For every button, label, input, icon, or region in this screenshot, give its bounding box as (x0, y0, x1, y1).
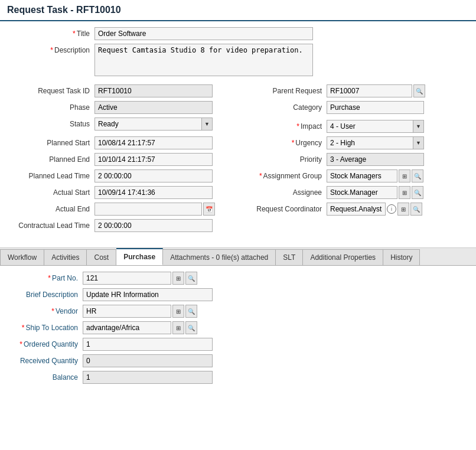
ship-to-search-btn[interactable]: 🔍 (185, 321, 197, 334)
priority-input (327, 153, 424, 166)
impact-input[interactable] (327, 120, 413, 133)
part-no-search-btn[interactable]: 🔍 (185, 272, 197, 285)
request-coordinator-input[interactable] (327, 203, 386, 216)
purchase-tab-content: *Part No. ⊞ 🔍 Brief Description *Vendor (0, 266, 476, 393)
tabs-bar: Workflow Activities Cost Purchase Attach… (0, 248, 476, 266)
calendar-icon: 📅 (206, 206, 213, 213)
tab-slt[interactable]: SLT (276, 249, 303, 265)
impact-dropdown-btn[interactable]: ▼ (413, 120, 424, 133)
table-icon-pn: ⊞ (176, 275, 181, 282)
planned-start-row: Planned Start (12, 136, 232, 149)
assignee-label: Assignee (244, 186, 327, 197)
ship-to-input[interactable] (83, 321, 171, 334)
vendor-label: *Vendor (0, 305, 83, 315)
vendor-search-btn[interactable]: 🔍 (185, 305, 197, 318)
right-column: Parent Request 🔍 Category *Impact (232, 84, 464, 236)
ordered-qty-row: *Ordered Quantity (0, 338, 476, 351)
vendor-wrapper: ⊞ 🔍 (83, 305, 197, 318)
brief-desc-input[interactable] (83, 288, 213, 301)
tabs-container: Workflow Activities Cost Purchase Attach… (0, 247, 476, 393)
planned-lead-time-label: Planned Lead Time (12, 169, 94, 180)
assignment-group-label: *Assignment Group (244, 169, 327, 180)
table-icon: ⊞ (402, 173, 407, 180)
table-icon-rc: ⊞ (401, 206, 406, 213)
table-icon-v: ⊞ (176, 308, 181, 315)
parent-request-wrapper: 🔍 (327, 84, 425, 97)
part-no-wrapper: ⊞ 🔍 (83, 272, 197, 285)
search-icon-rc: 🔍 (413, 206, 420, 213)
tab-additional[interactable]: Additional Properties (303, 249, 383, 265)
tab-workflow[interactable]: Workflow (0, 249, 44, 265)
actual-start-input[interactable] (94, 186, 213, 199)
table-icon-st: ⊞ (176, 325, 181, 331)
request-task-id-input (94, 84, 213, 97)
priority-row: Priority (244, 153, 464, 166)
search-icon-pn: 🔍 (188, 275, 195, 282)
description-input[interactable]: Request Camtasia Studio 8 for video prep… (94, 44, 313, 76)
assignment-group-wrapper: ⊞ 🔍 (327, 169, 423, 182)
part-no-table-btn[interactable]: ⊞ (172, 272, 184, 285)
search-icon-a: 🔍 (414, 190, 421, 196)
assignment-group-input[interactable] (327, 169, 397, 182)
actual-end-calendar-btn[interactable]: 📅 (203, 203, 215, 216)
ordered-qty-label: *Ordered Quantity (0, 338, 83, 348)
title-input[interactable] (94, 27, 313, 40)
parent-request-row: Parent Request 🔍 (244, 84, 464, 97)
status-input[interactable] (94, 118, 202, 131)
description-label: *Description (12, 44, 94, 54)
tab-history[interactable]: History (383, 249, 420, 265)
parent-request-input[interactable] (327, 84, 412, 97)
category-label: Category (244, 101, 327, 112)
vendor-input[interactable] (83, 305, 171, 318)
ordered-qty-input[interactable] (83, 338, 213, 351)
part-no-input[interactable] (83, 272, 171, 285)
status-label: Status (12, 118, 94, 128)
urgency-dropdown-btn[interactable]: ▼ (413, 136, 424, 149)
contractual-lead-time-label: Contractual Lead Time (12, 219, 94, 230)
tab-attachments[interactable]: Attachments - 0 file(s) attached (163, 249, 276, 265)
required-star: * (73, 30, 76, 38)
assignment-group-table-btn[interactable]: ⊞ (399, 169, 410, 182)
impact-label: *Impact (244, 120, 327, 131)
brief-desc-row: Brief Description (0, 288, 476, 301)
tab-activities[interactable]: Activities (44, 249, 87, 265)
balance-input (83, 371, 213, 384)
vendor-table-btn[interactable]: ⊞ (172, 305, 184, 318)
assignee-row: Assignee ⊞ 🔍 (244, 186, 464, 199)
request-coordinator-table-btn[interactable]: ⊞ (397, 203, 409, 216)
request-coordinator-label: Request Coordinator (244, 203, 327, 213)
part-no-row: *Part No. ⊞ 🔍 (0, 272, 476, 285)
planned-lead-time-row: Planned Lead Time (12, 169, 232, 182)
received-qty-label: Received Quantity (0, 354, 83, 365)
ship-to-table-btn[interactable]: ⊞ (172, 321, 184, 334)
request-coordinator-row: Request Coordinator i ⊞ 🔍 (244, 203, 464, 216)
status-dropdown-btn[interactable]: ▼ (202, 118, 213, 131)
request-task-id-row: Request Task ID (12, 84, 232, 97)
part-no-label: *Part No. (0, 272, 83, 282)
assignee-input[interactable] (327, 186, 397, 199)
priority-label: Priority (244, 153, 327, 164)
request-coordinator-search-btn[interactable]: 🔍 (410, 203, 422, 216)
planned-end-input[interactable] (94, 153, 213, 166)
page-title: Request Task - RFT10010 (7, 5, 469, 15)
planned-start-input[interactable] (94, 136, 213, 149)
actual-start-label: Actual Start (12, 186, 94, 197)
tab-cost[interactable]: Cost (87, 249, 116, 265)
actual-end-input[interactable] (94, 203, 202, 216)
assignment-group-search-btn[interactable]: 🔍 (412, 169, 423, 182)
parent-request-search-btn[interactable]: 🔍 (413, 84, 425, 97)
planned-end-row: Planned End (12, 153, 232, 166)
category-row: Category (244, 101, 464, 114)
request-coordinator-info-btn[interactable]: i (387, 204, 396, 214)
contractual-lead-time-input[interactable] (94, 219, 213, 232)
urgency-input[interactable] (327, 136, 413, 149)
assignee-search-btn[interactable]: 🔍 (412, 186, 423, 199)
planned-lead-time-input[interactable] (94, 169, 213, 182)
title-label: *Title (12, 27, 94, 38)
planned-end-label: Planned End (12, 153, 94, 164)
actual-start-row: Actual Start (12, 186, 232, 199)
main-form: *Title *Description Request Camtasia Stu… (0, 21, 476, 242)
assignee-table-btn[interactable]: ⊞ (399, 186, 410, 199)
tab-purchase[interactable]: Purchase (116, 248, 163, 265)
phase-row: Phase (12, 101, 232, 114)
